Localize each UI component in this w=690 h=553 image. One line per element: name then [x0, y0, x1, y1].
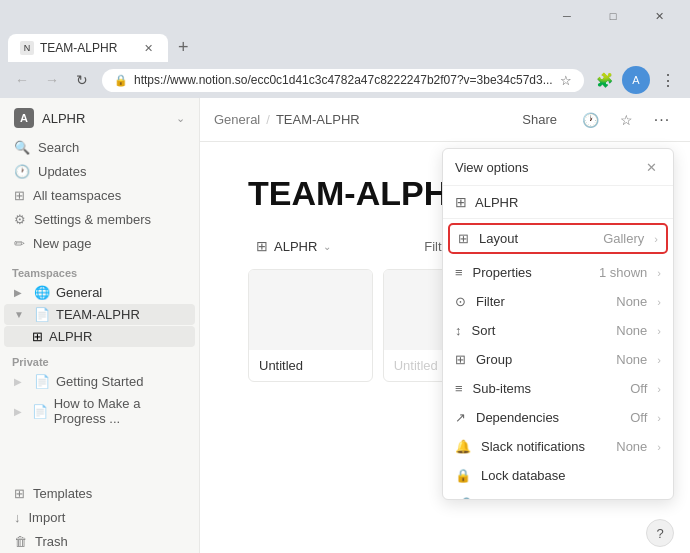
tab-close-icon[interactable]: ✕ — [140, 40, 156, 56]
star-icon[interactable]: ☆ — [560, 73, 572, 88]
sort-value: None — [616, 323, 647, 338]
sidebar-item-settings[interactable]: ⚙ Settings & members — [4, 208, 195, 231]
sidebar-item-templates[interactable]: ⊞ Templates — [4, 482, 195, 505]
panel-item-group[interactable]: ⊞ Group None › — [443, 345, 673, 374]
sort-arrow-icon: › — [657, 325, 661, 337]
subitems-label: Sub-items — [473, 381, 621, 396]
browser-menu-icon[interactable]: ⋮ — [654, 66, 682, 94]
panel-item-slack[interactable]: 🔔 Slack notifications None › — [443, 432, 673, 461]
templates-icon: ⊞ — [14, 486, 25, 501]
breadcrumb: General / TEAM-ALPHR — [214, 112, 503, 127]
topbar: General / TEAM-ALPHR Share 🕐 ☆ ··· — [200, 98, 690, 142]
panel-item-copy-link[interactable]: 🔗 Copy link to view — [443, 490, 673, 499]
panel-item-subitems[interactable]: ≡ Sub-items Off › — [443, 374, 673, 403]
panel-close-button[interactable]: ✕ — [641, 157, 661, 177]
db-view-caret-icon: ⌄ — [323, 241, 331, 252]
tab-favicon: N — [20, 41, 34, 55]
sort-label: Sort — [472, 323, 607, 338]
panel-item-layout[interactable]: ⊞ Layout Gallery › — [448, 223, 668, 254]
active-tab[interactable]: N TEAM-ALPHR ✕ — [8, 34, 168, 62]
getting-started-label: Getting Started — [56, 374, 143, 389]
new-tab-button[interactable]: + — [168, 32, 199, 62]
templates-label: Templates — [33, 486, 92, 501]
layout-arrow-icon: › — [654, 233, 658, 245]
profile-icon[interactable]: A — [622, 66, 650, 94]
workspace-name: ALPHR — [42, 111, 168, 126]
history-button[interactable]: 🕐 — [576, 106, 604, 134]
panel-view-name-row[interactable]: ⊞ ALPHR — [443, 186, 673, 219]
trash-icon: 🗑 — [14, 534, 27, 549]
sidebar-settings-label: Settings & members — [34, 212, 151, 227]
sidebar-teamspaces-label: All teamspaces — [33, 188, 121, 203]
back-button[interactable]: ← — [8, 66, 36, 94]
card-title-0: Untitled — [249, 350, 372, 381]
group-arrow-icon: › — [657, 354, 661, 366]
alphr-icon: ⊞ — [32, 329, 43, 344]
sidebar-item-search[interactable]: 🔍 Search — [4, 136, 195, 159]
dependencies-icon: ↗ — [455, 410, 466, 425]
filter-icon: ⊙ — [455, 294, 466, 309]
filter-value: None — [616, 294, 647, 309]
layout-label: Layout — [479, 231, 593, 246]
view-options-panel: View options ✕ ⊞ ALPHR ⊞ Layout — [442, 148, 674, 500]
sidebar-item-getting-started[interactable]: ▶ 📄 Getting Started — [4, 371, 195, 392]
subitems-icon: ≡ — [455, 381, 463, 396]
breadcrumb-current: TEAM-ALPHR — [276, 112, 360, 127]
panel-item-dependencies[interactable]: ↗ Dependencies Off › — [443, 403, 673, 432]
sidebar-item-alphr[interactable]: ⊞ ALPHR — [4, 326, 195, 347]
panel-item-filter[interactable]: ⊙ Filter None › — [443, 287, 673, 316]
team-alphr-icon: 📄 — [34, 307, 50, 322]
import-label: Import — [29, 510, 66, 525]
share-button[interactable]: Share — [511, 107, 568, 132]
sidebar-item-trash[interactable]: 🗑 Trash — [4, 530, 195, 553]
workspace-caret-icon: ⌄ — [176, 112, 185, 125]
properties-icon: ≡ — [455, 265, 463, 280]
sidebar-item-general[interactable]: ▶ 🌐 General — [4, 282, 195, 303]
general-caret-icon: ▶ — [14, 287, 28, 298]
dependencies-value: Off — [630, 410, 647, 425]
reload-button[interactable]: ↻ — [68, 66, 96, 94]
sidebar-new-page-label: New page — [33, 236, 92, 251]
search-icon: 🔍 — [14, 140, 30, 155]
topbar-more-button[interactable]: ··· — [648, 106, 676, 134]
sidebar: A ALPHR ⌄ 🔍 Search 🕐 Updates ⊞ All teams… — [0, 98, 200, 553]
favorite-button[interactable]: ☆ — [612, 106, 640, 134]
slack-icon: 🔔 — [455, 439, 471, 454]
workspace-selector[interactable]: A ALPHR ⌄ — [4, 104, 195, 132]
lock-icon: 🔒 — [114, 74, 128, 87]
group-icon: ⊞ — [455, 352, 466, 367]
forward-button[interactable]: → — [38, 66, 66, 94]
getting-started-caret-icon: ▶ — [14, 376, 28, 387]
panel-title: View options — [455, 160, 641, 175]
teamspaces-section-label: Teamspaces — [0, 259, 199, 282]
address-bar[interactable]: 🔒 https://www.notion.so/ecc0c1d41c3c4782… — [102, 69, 584, 92]
panel-item-properties[interactable]: ≡ Properties 1 shown › — [443, 258, 673, 287]
sidebar-item-new-page[interactable]: ✏ New page — [4, 232, 195, 255]
panel-view-name-label: ALPHR — [475, 195, 661, 210]
breadcrumb-separator: / — [266, 112, 270, 127]
how-to-icon: 📄 — [32, 404, 48, 419]
layout-value: Gallery — [603, 231, 644, 246]
lock-db-label: Lock database — [481, 468, 661, 483]
help-button[interactable]: ? — [646, 519, 674, 547]
panel-item-lock-db[interactable]: 🔒 Lock database — [443, 461, 673, 490]
panel-item-sort[interactable]: ↕ Sort None › — [443, 316, 673, 345]
db-view-icon: ⊞ — [256, 238, 268, 254]
extensions-icon[interactable]: 🧩 — [590, 66, 618, 94]
sidebar-item-updates[interactable]: 🕐 Updates — [4, 160, 195, 183]
sidebar-item-how-to[interactable]: ▶ 📄 How to Make a Progress ... — [4, 393, 195, 429]
teamspaces-icon: ⊞ — [14, 188, 25, 203]
db-view-name: ALPHR — [274, 239, 317, 254]
maximize-button[interactable]: □ — [590, 0, 636, 32]
gallery-card-0[interactable]: Untitled — [248, 269, 373, 382]
sidebar-item-import[interactable]: ↓ Import — [4, 506, 195, 529]
sort-icon: ↕ — [455, 323, 462, 338]
group-label: Group — [476, 352, 606, 367]
close-button[interactable]: ✕ — [636, 0, 682, 32]
db-view-button[interactable]: ⊞ ALPHR ⌄ — [248, 235, 339, 257]
dependencies-label: Dependencies — [476, 410, 620, 425]
sidebar-item-team-alphr[interactable]: ▼ 📄 TEAM-ALPHR — [4, 304, 195, 325]
breadcrumb-general[interactable]: General — [214, 112, 260, 127]
sidebar-item-all-teamspaces[interactable]: ⊞ All teamspaces — [4, 184, 195, 207]
minimize-button[interactable]: ─ — [544, 0, 590, 32]
